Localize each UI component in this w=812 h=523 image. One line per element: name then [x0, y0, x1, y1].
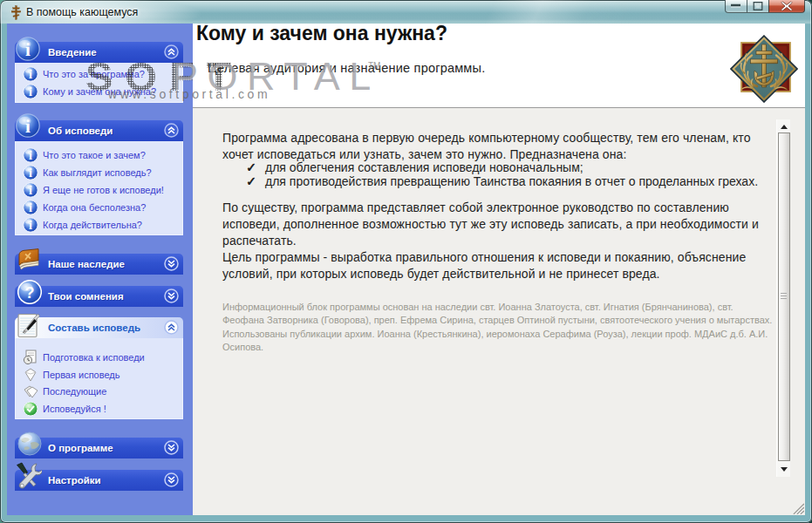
svg-text:?: ? [25, 284, 35, 302]
svg-text:i: i [29, 219, 32, 232]
svg-text:i: i [29, 166, 32, 180]
svg-text:i: i [29, 68, 32, 81]
svg-text:i: i [29, 149, 32, 162]
svg-text:i: i [25, 39, 31, 60]
svg-text:i: i [29, 85, 32, 98]
svg-text:i: i [29, 201, 32, 214]
svg-text:i: i [29, 184, 32, 197]
svg-text:i: i [25, 116, 31, 137]
